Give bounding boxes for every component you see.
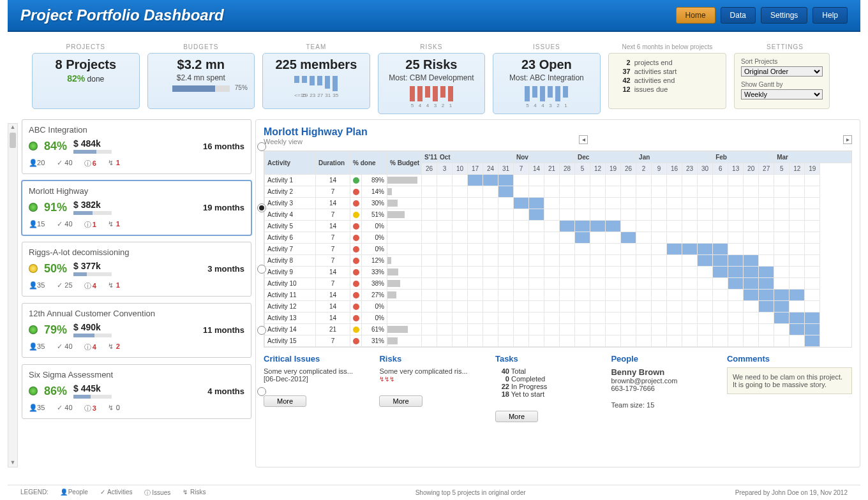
activities-icon: ✓ (56, 159, 63, 167)
activity-budget-bar (387, 198, 422, 209)
nav-settings-button[interactable]: Settings (761, 7, 807, 24)
gantt-bar (728, 267, 744, 278)
project-select-radio[interactable] (257, 142, 266, 151)
kpi-team-card[interactable]: 225 members <=151923273135 (262, 53, 370, 109)
gantt-next-button[interactable]: ▸ (843, 135, 852, 144)
activity-pct: 27% (362, 290, 387, 301)
gantt-bar (575, 232, 590, 244)
gantt-bar (590, 221, 606, 232)
activity-status-icon (353, 246, 359, 253)
scroll-up-icon[interactable]: ▲ (8, 124, 17, 131)
issues-icon: ⓘ (84, 342, 91, 352)
project-pct: 84% (44, 140, 67, 153)
app-header: Project Portfolio Dashboard Home Data Se… (8, 0, 860, 32)
project-card[interactable]: 12th Annual Customer Convention 79% $ 49… (22, 303, 251, 358)
activity-status-icon (353, 269, 359, 276)
kpi-budgets-card[interactable]: $3.2 mn $2.4 mn spent 75% (147, 53, 255, 109)
people-icon: 👤 (29, 159, 35, 167)
gantt-bar (529, 198, 544, 209)
critical-more-button[interactable]: More (264, 395, 306, 407)
people-head: People (611, 354, 715, 364)
activity-duration: 14 (316, 267, 350, 278)
tasks-panel: Tasks 40 Total 0 Completed 22 In Progres… (495, 354, 599, 422)
activity-pct: 33% (362, 267, 387, 278)
kpi-budgets-bar: 75% (172, 85, 230, 92)
activity-pct: 12% (362, 255, 387, 267)
activity-name: Activity 15 (265, 335, 316, 347)
project-select-radio[interactable] (257, 387, 266, 396)
project-card[interactable]: ABC Integration 84% $ 484k 16 months 👤 2… (22, 119, 251, 174)
project-select-radio[interactable] (257, 326, 266, 335)
project-budget: $ 377k (73, 261, 112, 271)
activity-duration: 7 (316, 335, 350, 347)
project-pct: 50% (44, 262, 67, 276)
project-list-scrollbar[interactable]: ▲ ▼ (8, 123, 18, 467)
kpi-issues-label: ISSUES (493, 43, 601, 50)
activity-status-icon (353, 304, 359, 310)
activity-pct: 0% (362, 232, 387, 244)
activity-name: Activity 6 (265, 232, 316, 244)
activity-duration: 7 (316, 278, 350, 290)
kpi-budgets-label: BUDGETS (147, 43, 255, 50)
footer-status: Showing top 5 projects in original order (206, 489, 735, 496)
settings-card: Sort Projects Original Order Show Gantt … (734, 53, 830, 109)
tasks-more-button[interactable]: More (495, 411, 538, 422)
project-budget: $ 490k (73, 322, 112, 332)
gantt-bar (698, 244, 713, 255)
gantt-by-select[interactable]: Weekly (741, 89, 823, 99)
project-pct: 91% (44, 201, 67, 214)
project-card[interactable]: Morlott Highway 91% $ 382k 19 months 👤 1… (22, 180, 251, 235)
gantt-prev-button[interactable]: ◂ (579, 135, 588, 144)
scroll-down-icon[interactable]: ▼ (8, 459, 17, 467)
project-budget: $ 445k (73, 383, 112, 393)
kpi-projects-pct: 82% (67, 73, 85, 84)
gantt-bar (667, 244, 682, 255)
sort-projects-select[interactable]: Original Order (741, 66, 823, 77)
activity-duration: 14 (316, 198, 350, 209)
activity-budget-bar (387, 290, 422, 301)
kpi-risks-card[interactable]: 25 Risks Most: CBM Development 544321 (378, 53, 486, 114)
gantt-bar (789, 290, 805, 301)
activity-duration: 14 (316, 221, 350, 232)
gantt-bar (713, 255, 728, 267)
gantt-bar (483, 175, 498, 186)
kpi-projects-label: PROJECTS (32, 43, 140, 50)
activity-budget-bar (387, 209, 422, 221)
project-card[interactable]: Six Sigma Assessment 86% $ 445k 4 months… (22, 364, 251, 419)
project-title: Morlott Highway (29, 186, 244, 196)
risks-icon: ↯ (108, 220, 114, 228)
nav-data-button[interactable]: Data (721, 7, 756, 24)
kpi-team-value: 225 members (268, 57, 364, 72)
gantt-bar (728, 255, 744, 267)
nav-help-button[interactable]: Help (812, 7, 848, 24)
activity-budget-bar (387, 221, 422, 232)
activity-status-icon (353, 338, 359, 344)
project-select-radio[interactable] (257, 203, 266, 212)
activity-budget-bar (387, 312, 422, 324)
people-icon: 👤 (29, 281, 35, 290)
project-card[interactable]: Riggs-A-lot decomissioning 50% $ 377k 3 … (22, 242, 251, 297)
risk-trend-icon: ↯↯↯ (379, 376, 394, 383)
activity-status-icon (353, 200, 359, 207)
risks-more-button[interactable]: More (379, 395, 422, 407)
activity-budget-bar (387, 301, 422, 312)
project-select-radio[interactable] (257, 265, 266, 274)
kpi-risks-value: 25 Risks (384, 57, 480, 72)
scroll-thumb[interactable] (10, 133, 16, 148)
gantt-bar (744, 278, 759, 290)
kpi-issues-card[interactable]: 23 Open Most: ABC Integration 544321 (493, 53, 601, 114)
budget-bar (73, 211, 112, 215)
activity-status-icon (353, 223, 359, 230)
comments-text[interactable]: We need to be clam on this project. It i… (727, 367, 852, 394)
people-phone: 663-179-7666 (611, 385, 715, 392)
people-name: Benny Brown (611, 367, 715, 377)
activity-status-icon (353, 315, 359, 321)
gantt-bar (560, 221, 575, 232)
kpi-projects-card[interactable]: 8 Projects 82% done (32, 53, 140, 109)
people-team: Team size: 15 (611, 401, 715, 409)
tasks-head: Tasks (495, 354, 599, 364)
nav-home-button[interactable]: Home (676, 7, 715, 24)
risks-icon: ↯ (108, 281, 114, 290)
activity-name: Activity 14 (265, 324, 316, 335)
gantt-bar (759, 290, 774, 301)
